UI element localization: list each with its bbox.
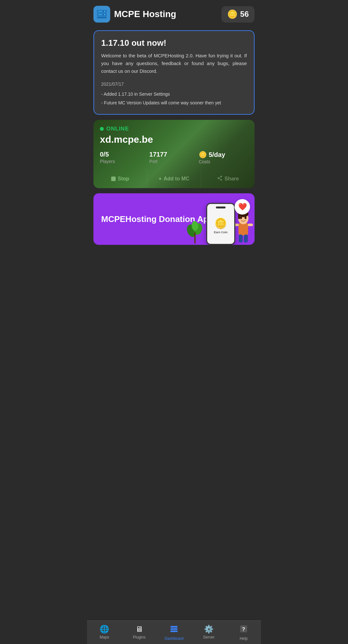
- phone-coin-icon: 🪙: [214, 217, 227, 229]
- players-value: 0/5: [100, 151, 149, 158]
- announcement-title: 1.17.10 out now!: [101, 38, 247, 48]
- bottom-nav: 🌐 Maps 🖥 Plugins Dashboard ⚙️ Server ? H…: [87, 620, 261, 644]
- coin-count: 56: [240, 10, 249, 19]
- announcement-card: 1.17.10 out now! Welcome to the beta of …: [93, 30, 255, 115]
- dashboard-icon: [170, 625, 178, 635]
- nav-label-plugins: Plugins: [133, 635, 145, 639]
- phone-mockup: 🪙 Earn Coin: [209, 203, 232, 245]
- svg-rect-28: [170, 630, 178, 632]
- nav-label-server: Server: [203, 635, 214, 639]
- coin-badge: 🪙 56: [221, 6, 255, 23]
- plant-decoration: [187, 215, 203, 245]
- svg-rect-25: [244, 235, 248, 243]
- header: MCPE Hosting 🪙 56: [87, 0, 261, 26]
- status-text: ONLINE: [106, 126, 129, 132]
- server-content: ONLINE xd.mcpe.be 0/5 Players 17177 Port…: [93, 120, 255, 164]
- svg-rect-6: [98, 14, 102, 15]
- server-stats: 0/5 Players 17177 Port 🪙 5/day Costs: [100, 151, 248, 164]
- costs-coin-icon: 🪙: [199, 151, 207, 159]
- server-card: ONLINE xd.mcpe.be 0/5 Players 17177 Port…: [93, 120, 255, 188]
- svg-rect-15: [194, 232, 196, 244]
- status-dot: [100, 127, 104, 131]
- server-icon: [96, 9, 107, 20]
- nav-item-maps[interactable]: 🌐 Maps: [87, 621, 122, 644]
- svg-point-20: [240, 216, 242, 219]
- phone-notch: [216, 207, 226, 208]
- players-label: Players: [100, 159, 149, 164]
- server-name: xd.mcpe.be: [100, 134, 248, 145]
- svg-rect-26: [170, 626, 178, 628]
- dashboard-svg-icon: [170, 625, 178, 633]
- port-label: Port: [149, 159, 198, 164]
- heart-bubble: ❤️: [235, 199, 250, 215]
- svg-rect-19: [238, 214, 240, 219]
- donation-card[interactable]: MCPEHosting Donation App ❤️ 🪙 Earn Coin: [93, 193, 255, 245]
- plant-icon: [187, 215, 203, 244]
- svg-point-4: [104, 14, 105, 15]
- nav-label-maps: Maps: [100, 635, 109, 639]
- server-status: ONLINE: [100, 126, 248, 132]
- help-svg-icon: ?: [239, 625, 248, 633]
- svg-rect-23: [248, 224, 253, 226]
- change-item: - Future MC Version Updates will come wa…: [101, 99, 247, 107]
- plugins-icon: 🖥: [135, 625, 143, 634]
- announcement-body: Welcome to the beta of MCPEHosting 2.0. …: [101, 52, 247, 75]
- help-icon: ?: [239, 625, 248, 635]
- svg-point-3: [104, 11, 105, 12]
- nav-label-dashboard: Dashboard: [165, 636, 184, 641]
- svg-rect-27: [170, 628, 178, 630]
- nav-item-dashboard[interactable]: Dashboard: [157, 621, 191, 644]
- stat-costs: 🪙 5/day Costs: [199, 151, 248, 164]
- svg-rect-24: [239, 235, 243, 243]
- nav-label-help: Help: [240, 636, 248, 641]
- header-left: MCPE Hosting: [93, 6, 176, 23]
- maps-icon: 🌐: [100, 625, 109, 634]
- svg-rect-16: [238, 223, 248, 235]
- svg-text:?: ?: [242, 627, 245, 632]
- nav-item-server[interactable]: ⚙️ Server: [191, 621, 226, 644]
- server-settings-icon: ⚙️: [204, 625, 214, 634]
- nav-item-plugins[interactable]: 🖥 Plugins: [122, 621, 157, 644]
- earn-coin-label: Earn Coin: [214, 231, 228, 234]
- announcement-date: 2021/07/17: [101, 82, 247, 87]
- stat-port: 17177 Port: [149, 151, 198, 164]
- app-icon: [93, 6, 110, 23]
- costs-label: Costs: [199, 159, 248, 164]
- stat-players: 0/5 Players: [100, 151, 149, 164]
- costs-value: 🪙 5/day: [199, 151, 248, 159]
- svg-point-21: [245, 216, 247, 219]
- coin-icon: 🪙: [227, 9, 237, 19]
- change-item: - Added 1.17.10 in Server Settings: [101, 90, 247, 99]
- svg-rect-5: [98, 11, 102, 12]
- announcement-changes: - Added 1.17.10 in Server Settings- Futu…: [101, 90, 247, 107]
- app-title: MCPE Hosting: [114, 9, 176, 19]
- svg-rect-2: [97, 16, 107, 18]
- port-value: 17177: [149, 151, 198, 158]
- nav-item-help[interactable]: ? Help: [226, 621, 261, 644]
